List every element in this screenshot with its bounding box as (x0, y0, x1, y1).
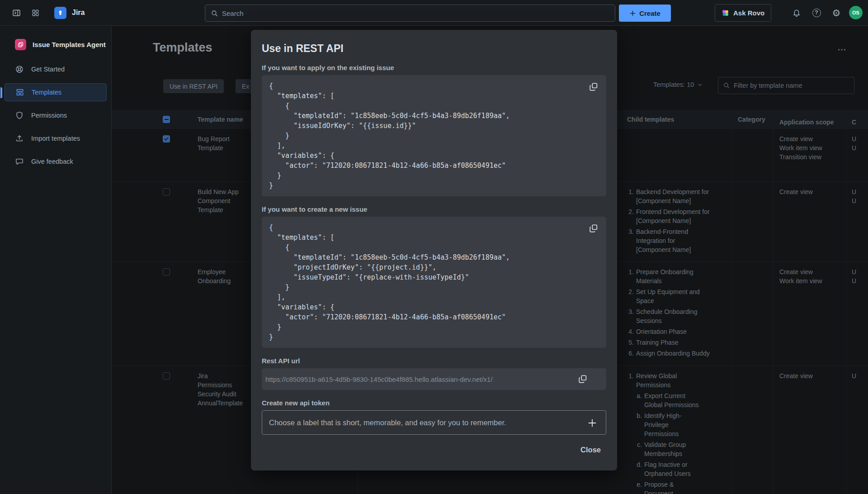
child-template-item: d.Flag Inactive or Orphaned Users (627, 460, 729, 478)
child-templates-cell: 1.Review Global Permissionsa.Export Curr… (618, 366, 731, 494)
template-name-cell[interactable]: Bug Report Template (198, 129, 256, 181)
truncated-value: U (846, 187, 868, 196)
gear-icon: ⚙ (832, 8, 841, 18)
application-scope-cell: Create viewWork item view (773, 262, 846, 366)
filter-input[interactable] (734, 82, 849, 89)
category-cell (731, 182, 773, 261)
app-title: Jira (72, 9, 85, 17)
sidebar-item-label: Permissions (31, 112, 67, 119)
create-button[interactable]: Create (619, 5, 671, 22)
bell-icon (792, 8, 801, 17)
child-template-item: 6.Assign Onboarding Buddy (627, 349, 729, 358)
column-header-category[interactable]: Category (731, 110, 773, 128)
truncated-cell: UU (846, 182, 868, 261)
copy-button[interactable] (576, 373, 589, 385)
sidebar-item-label: Templates (32, 89, 61, 96)
row-checkbox[interactable] (163, 188, 170, 195)
ask-rovo-label: Ask Rovo (733, 9, 764, 17)
template-name-cell[interactable]: Build New App Component Template (198, 182, 256, 261)
application-scope-value: Work item view (774, 143, 846, 152)
copy-button[interactable] (587, 81, 600, 93)
child-template-item: 5.Training Phase (627, 338, 729, 347)
app-switcher-icon (31, 9, 40, 17)
templates-count-label: Templates: 10 (653, 81, 694, 88)
add-token-button[interactable] (586, 417, 599, 429)
settings-button[interactable]: ⚙ (829, 5, 844, 20)
ask-rovo-button[interactable]: Ask Rovo (715, 4, 771, 22)
row-checkbox[interactable] (163, 372, 170, 380)
code-block-existing-issue: { "templates": [ { "templateId": "1c858e… (262, 75, 606, 196)
child-template-item: a.Export Current Global Permissions (627, 391, 729, 409)
top-navbar: Jira Create Ask Rovo ? ⚙ OS (0, 0, 868, 26)
column-header-application-scope[interactable]: Application scope (773, 110, 846, 128)
sidebar-collapse-button[interactable] (9, 5, 24, 20)
new-issue-section-label: If you want to create a new issue (262, 205, 606, 213)
truncated-value: U (846, 196, 868, 205)
column-header-truncated[interactable]: C (846, 110, 868, 128)
search-input[interactable] (222, 10, 609, 17)
sidebar-collapse-icon (12, 8, 21, 18)
modal-title: Use in REST API (262, 43, 606, 55)
sidebar-item-import-templates[interactable]: Import templates (5, 129, 107, 147)
application-scope-value: Work item view (774, 276, 846, 285)
notifications-button[interactable] (789, 5, 804, 20)
category-cell (731, 366, 773, 494)
code-existing-issue[interactable]: { "templates": [ { "templateId": "1c858e… (269, 81, 599, 190)
truncated-cell: U (846, 366, 868, 494)
page-title: Templates (153, 41, 212, 55)
templates-count-dropdown[interactable]: Templates: 10 (653, 81, 703, 88)
template-name-cell[interactable]: Jira Permissions Security Audit AnnualTe… (198, 366, 256, 494)
sidebar-item-permissions[interactable]: Permissions (5, 106, 107, 124)
application-scope-value: Transition view (774, 152, 846, 162)
child-template-item: 1.Backend Development for [Component Nam… (627, 187, 729, 205)
rest-api-url-input[interactable] (265, 375, 585, 383)
upload-icon (15, 134, 24, 143)
shield-icon (15, 111, 24, 120)
rovo-icon (722, 9, 729, 17)
issue-templates-agent-icon (15, 39, 26, 50)
code-block-new-issue: { "templates": [ { "templateId": "1c858e… (262, 217, 606, 348)
row-checkbox[interactable] (163, 135, 170, 142)
copy-button[interactable] (587, 222, 600, 235)
chevron-down-icon (697, 82, 703, 88)
plus-icon (587, 418, 598, 428)
column-header-child-templates[interactable]: Child templates (618, 110, 731, 128)
category-cell (731, 262, 773, 366)
code-new-issue[interactable]: { "templates": [ { "templateId": "1c858e… (269, 223, 599, 342)
application-scope-cell: Create viewWork item viewTransition view (773, 129, 846, 181)
application-scope-value: Create view (774, 267, 846, 276)
app-switcher-button[interactable] (28, 5, 42, 20)
child-template-item: e.Propose & Document Changes (627, 480, 729, 494)
application-scope-value: Create view (774, 371, 846, 380)
select-all-checkbox[interactable] (163, 116, 170, 123)
comment-icon (15, 157, 24, 166)
sidebar-item-templates[interactable]: Templates (5, 83, 107, 101)
row-checkbox[interactable] (163, 268, 170, 276)
more-menu-button[interactable] (834, 43, 849, 56)
truncated-value: U (846, 134, 868, 143)
column-header-template-name[interactable]: Template name (198, 116, 256, 123)
create-token-label: Create new api token (262, 399, 606, 407)
copy-icon (589, 223, 599, 233)
truncated-cell: UU (846, 262, 868, 366)
help-button[interactable]: ? (809, 5, 824, 20)
sidebar-item-get-started[interactable]: Get Started (5, 60, 107, 78)
sidebar-item-give-feedback[interactable]: Give feedback (5, 152, 107, 171)
sidebar-item-label: Import templates (31, 135, 80, 142)
child-template-item: c.Validate Group Memberships (627, 440, 729, 458)
application-scope-value: Create view (774, 134, 846, 143)
search-icon (211, 10, 218, 17)
template-name-cell[interactable]: Employee Onboarding (198, 262, 256, 366)
global-search[interactable] (205, 5, 615, 22)
close-button[interactable]: Close (576, 442, 605, 458)
use-in-rest-api-button[interactable]: Use in REST API (163, 79, 224, 93)
truncated-value: U (846, 276, 868, 285)
application-scope-cell: Create view (773, 366, 846, 494)
jira-logo-icon[interactable] (54, 7, 66, 19)
api-token-input[interactable] (269, 418, 580, 427)
child-template-item: 1.Prepare Onboarding Materials (627, 267, 729, 285)
filter-input-box[interactable] (718, 77, 854, 94)
user-avatar[interactable]: OS (849, 6, 863, 19)
create-button-label: Create (639, 10, 660, 17)
application-scope-value: Create view (774, 187, 846, 196)
